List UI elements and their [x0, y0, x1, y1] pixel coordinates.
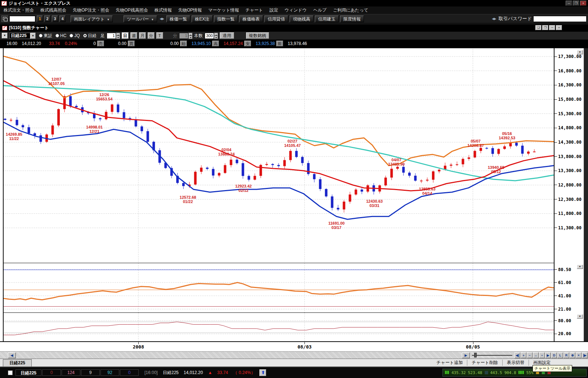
minimize-window-button[interactable]: ─: [549, 25, 555, 30]
chart-tool-button-11[interactable]: |▶: [582, 352, 588, 358]
period-month-button[interactable]: 月: [139, 32, 146, 39]
x-tick-label: 2008: [133, 344, 144, 350]
limit-info-button[interactable]: 限度情報: [340, 15, 364, 22]
chart-tool-button-6[interactable]: D: [551, 352, 557, 358]
chart-tool-button-3[interactable]: ↔: [533, 352, 539, 358]
menu-item-futures-info[interactable]: 先物OP情報: [178, 7, 202, 13]
period-minute-button[interactable]: 分: [148, 32, 155, 39]
y-axis: ▼ ▼ ▼ 17,300.0016,800.0016,300.0015,800.…: [554, 48, 584, 342]
quote-list-button[interactable]: 株価一覧: [166, 15, 190, 22]
index-list-button[interactable]: 指数一覧: [214, 15, 238, 22]
menu-item-window[interactable]: ウィンドウ: [285, 7, 307, 13]
spinner-arrows-icon[interactable]: [116, 33, 120, 39]
menu-item-futures-order[interactable]: 先物OP注文・照会: [73, 7, 109, 13]
chart-tool-button-7[interactable]: L: [557, 352, 563, 358]
toggle-display-button[interactable]: 表示切替: [502, 360, 529, 366]
menu-item-usage[interactable]: ご利用にあたって: [333, 7, 368, 13]
code-input[interactable]: [9, 16, 35, 22]
period-tick-button[interactable]: T: [156, 32, 163, 39]
menu-item-futures-balance[interactable]: 先物OP残高照会: [116, 7, 148, 13]
menu-item-settings[interactable]: 設定: [270, 7, 278, 13]
chart-tool-button-5[interactable]: ▶: [545, 352, 551, 358]
radio-jq[interactable]: JQ: [70, 33, 80, 38]
y-tick-mark: [554, 282, 557, 283]
radio-selected-icon: [83, 34, 87, 37]
y-tick-label: 16,800.00: [558, 68, 582, 73]
symbol-combo[interactable]: 日経225 ▼: [9, 33, 36, 39]
menu-item-market-info[interactable]: マーケット情報: [208, 7, 239, 13]
y-tick-label: 15,300.00: [558, 111, 582, 116]
menu-item-stock-order[interactable]: 株式注文・照会: [4, 7, 34, 13]
y-tick-label: 16,300.00: [558, 82, 582, 87]
y-tick-mark: [554, 309, 557, 309]
toolbar-menu-label: ツールバー: [127, 17, 149, 22]
layout-2-button[interactable]: 2: [44, 15, 50, 22]
grip-icon[interactable]: ◀▶: [491, 17, 497, 21]
svg-text:13940.6805/12: 13940.6805/12: [488, 165, 504, 174]
radio-tosho[interactable]: 東証: [39, 33, 52, 39]
layout-4-button[interactable]: 4: [59, 15, 66, 22]
radio-nikkei[interactable]: 日経: [83, 33, 97, 39]
y-tick-label: 13,800.00: [558, 154, 582, 159]
rsi-chart[interactable]: [4, 263, 554, 312]
scroll-left-button[interactable]: ◀: [8, 352, 16, 358]
restore-button[interactable]: ❐: [573, 1, 579, 6]
minute-label: 分: [173, 33, 177, 39]
close-window-button[interactable]: ×: [556, 25, 562, 30]
cash-balance-button[interactable]: 現物残高: [290, 15, 313, 22]
x-tick-label: 08/03: [298, 344, 312, 350]
price-table-button[interactable]: 株価格表: [239, 15, 263, 22]
symbol-menu-button[interactable]: ▼: [2, 33, 8, 39]
grip-icon[interactable]: ◀▶: [159, 17, 165, 21]
spinner-arrows-icon[interactable]: [214, 33, 218, 39]
price-chart[interactable]: 14269.8511/2212/0716107.0512/2615653.541…: [4, 49, 554, 263]
apply-button[interactable]: 適用: [220, 32, 234, 39]
margin-loan-button[interactable]: 信用貸借: [264, 15, 288, 22]
chart-tool-button-8[interactable]: R: [564, 352, 569, 358]
scroll-right-button[interactable]: ▶: [462, 352, 470, 358]
screen-layout-button[interactable]: 画面レイアウト▼: [71, 15, 113, 22]
y-tick-mark: [554, 171, 557, 171]
chart-tool-button-0[interactable]: ◀|: [514, 352, 520, 358]
status-checkbox[interactable]: [8, 370, 13, 375]
minimize-button[interactable]: ─: [566, 1, 572, 6]
menu-item-help[interactable]: ヘルプ: [313, 7, 326, 13]
close-button[interactable]: ×: [580, 1, 587, 6]
menu-item-chart[interactable]: チャート: [245, 7, 263, 13]
chart-tool-button-4[interactable]: ▪: [539, 352, 545, 358]
dock-button[interactable]: ❏: [535, 25, 542, 30]
chart-tool-button-1[interactable]: ＋: [521, 352, 526, 358]
stock-ex-order-button[interactable]: 株EX注: [192, 15, 213, 22]
rsi-panel-dropdown[interactable]: ▼: [577, 265, 583, 269]
ashi-stepper[interactable]: 1: [107, 33, 120, 39]
layout-3-button[interactable]: 3: [52, 15, 58, 22]
app-icon: [1, 1, 7, 6]
menu-item-stock-info[interactable]: 株式情報: [155, 7, 172, 13]
chart-tool-button-2[interactable]: −: [527, 352, 533, 358]
trade-password-input[interactable]: [533, 16, 587, 22]
y-tick-label: 15,800.00: [558, 97, 582, 102]
y-tick-mark: [554, 128, 557, 128]
layout-1-button[interactable]: 1: [37, 15, 43, 22]
zoom-slider-thumb[interactable]: [474, 353, 477, 357]
count-stepper[interactable]: 300: [205, 33, 218, 39]
margin-position-button[interactable]: 信用建玉: [315, 15, 339, 22]
radio-icon: [39, 34, 43, 37]
add-chart-button[interactable]: チャート追加: [432, 360, 467, 366]
expand-up-button[interactable]: ⬆: [259, 369, 266, 376]
chart-tool-button-9[interactable]: ⊕: [570, 352, 575, 358]
toolbar-menu-button[interactable]: ツールバー▼: [124, 15, 157, 22]
period-week-button[interactable]: 週: [130, 32, 137, 39]
cascade-windows-icon[interactable]: [1, 15, 8, 22]
psychological-chart[interactable]: [4, 313, 554, 342]
period-day-button[interactable]: 日: [122, 32, 129, 39]
zoom-slider-track[interactable]: [472, 355, 512, 356]
chart-tool-button-10[interactable]: ×: [576, 352, 582, 358]
menu-item-stock-balance[interactable]: 株式残高照会: [40, 7, 66, 13]
radio-hc[interactable]: HC: [55, 33, 66, 38]
psy-panel-dropdown[interactable]: ▼: [577, 314, 583, 319]
delete-chart-button[interactable]: チャート削除: [467, 360, 502, 366]
multi-symbol-button[interactable]: 複数銘柄: [246, 32, 269, 39]
restore-window-button[interactable]: ❐: [542, 25, 548, 30]
tab-nikkei225[interactable]: 日経225: [3, 359, 32, 366]
